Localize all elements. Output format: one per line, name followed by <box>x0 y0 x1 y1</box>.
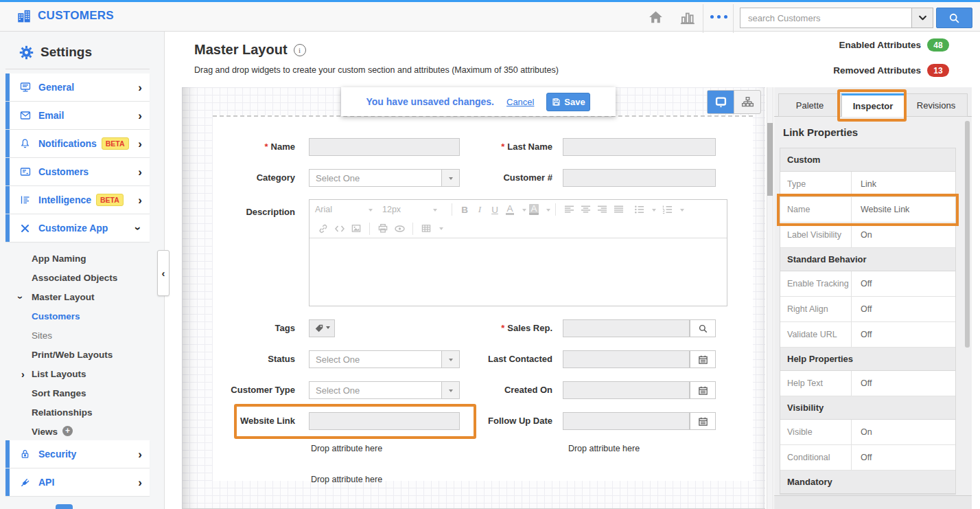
app-window: CUSTOMERS Settings GeneralEmailNoti <box>0 0 980 509</box>
sidebar-item-email[interactable]: Email <box>5 102 150 129</box>
sidebar-subitem-print-web-layouts[interactable]: Print/Web Layouts <box>0 346 165 365</box>
customer-type-select[interactable]: Select One <box>309 381 460 399</box>
sidebar-subitem-app-naming[interactable]: App Naming <box>0 249 165 269</box>
justify-icon[interactable] <box>610 202 627 217</box>
info-icon[interactable] <box>294 44 306 56</box>
cancel-link[interactable]: Cancel <box>506 97 534 107</box>
align-left-icon[interactable] <box>561 202 577 217</box>
sidebar-item-label: Notifications <box>38 138 97 149</box>
last-contacted-calendar-button[interactable] <box>690 350 716 368</box>
reports-button[interactable] <box>679 9 695 25</box>
add-view-button[interactable] <box>62 426 73 436</box>
follow-up-date-calendar-button[interactable] <box>690 412 716 430</box>
topbar-divider <box>703 4 703 33</box>
chevron-down-icon <box>133 226 145 230</box>
sidebar-subitem-views[interactable]: Views <box>0 422 165 442</box>
sidebar-subitem-customers[interactable]: Customers <box>0 307 165 326</box>
link-icon[interactable] <box>315 221 331 236</box>
canvas-scrollbar-thumb[interactable] <box>767 123 773 196</box>
follow-up-date-input[interactable] <box>563 412 690 430</box>
subitem-label: Sort Ranges <box>32 388 86 398</box>
sidebar-item-customize-app[interactable]: Customize App <box>5 214 150 242</box>
description-rich-text-editor[interactable]: Arial 12px B I U A A <box>309 199 727 306</box>
last-name-field-label: Last Name <box>439 138 552 156</box>
font-family-dropdown[interactable]: Arial <box>315 205 373 214</box>
home-button[interactable] <box>647 9 664 25</box>
align-right-icon[interactable] <box>594 202 610 217</box>
property-row-conditional[interactable]: ConditionalOff <box>780 445 955 471</box>
name-field-label: Name <box>213 138 295 156</box>
sales-rep-lookup-button[interactable] <box>690 319 716 337</box>
search-scope-dropdown[interactable] <box>911 8 933 27</box>
sales-rep-input[interactable] <box>563 319 690 337</box>
bold-button[interactable]: B <box>457 202 472 217</box>
sidebar-subitem-sort-ranges[interactable]: Sort Ranges <box>0 384 165 403</box>
underline-button[interactable]: U <box>487 202 502 217</box>
tab-palette[interactable]: Palette <box>778 93 841 117</box>
item-accent-bar <box>5 102 10 129</box>
property-row-enable-tracking[interactable]: Enable TrackingOff <box>780 271 955 297</box>
sidebar-subitem-master-layout[interactable]: Master Layout <box>0 288 165 307</box>
sidebar-item-label: Intelligence <box>38 194 91 205</box>
category-select[interactable]: Select One <box>309 169 460 187</box>
align-center-icon[interactable] <box>577 202 594 217</box>
last-contacted-input[interactable] <box>563 350 690 368</box>
structure-view-button[interactable] <box>734 91 760 113</box>
sidebar-item-general[interactable]: General <box>5 73 150 101</box>
created-on-calendar-button[interactable] <box>690 381 716 399</box>
numbered-list-icon[interactable] <box>659 202 675 217</box>
font-size-dropdown[interactable]: 12px <box>382 205 437 214</box>
name-input[interactable] <box>309 138 460 156</box>
search-input[interactable] <box>740 8 911 27</box>
more-menu-button[interactable] <box>710 15 727 19</box>
drop-attribute-zone[interactable]: Drop attribute here <box>535 444 673 453</box>
status-select[interactable]: Select One <box>309 350 460 368</box>
property-row-type[interactable]: TypeLink <box>780 172 955 197</box>
sidebar-subitem-associated-objects[interactable]: Associated Objects <box>0 269 165 288</box>
sidebar-item-notifications[interactable]: NotificationsBETA <box>5 130 150 157</box>
italic-button[interactable]: I <box>472 202 487 217</box>
editor-content-area[interactable] <box>310 238 727 306</box>
property-row-name[interactable]: NameWebsite Link <box>780 197 955 223</box>
sidebar-collapse-button[interactable] <box>157 250 170 296</box>
created-on-input[interactable] <box>563 381 690 399</box>
property-row-visible[interactable]: VisibleOn <box>780 420 955 445</box>
image-icon[interactable] <box>348 221 364 236</box>
website-link-input[interactable] <box>309 412 460 430</box>
tab-inspector[interactable]: Inspector <box>841 93 905 117</box>
code-icon[interactable] <box>331 221 348 236</box>
sidebar-item-api[interactable]: API <box>5 468 150 496</box>
editor-toolbar-row-1: Arial 12px B I U A A <box>310 200 727 219</box>
sidebar-item-security[interactable]: Security <box>5 440 150 468</box>
last-name-input[interactable] <box>563 138 716 156</box>
customer-number-input[interactable] <box>563 169 716 187</box>
drop-attribute-zone[interactable]: Drop attribute here <box>278 475 415 484</box>
panel-scrollbar-thumb[interactable] <box>965 121 970 348</box>
sidebar-item-customers[interactable]: Customers <box>5 158 150 185</box>
chevron-down-icon <box>918 13 928 23</box>
drop-attribute-zone[interactable]: Drop attribute here <box>278 444 415 453</box>
table-icon[interactable] <box>418 221 434 236</box>
chevron-right-icon <box>138 194 142 206</box>
property-row-label-visibility[interactable]: Label VisibilityOn <box>780 223 955 248</box>
description-field-label: Description <box>213 203 295 221</box>
highlight-color-button[interactable]: A <box>526 202 541 217</box>
text-color-button[interactable]: A <box>502 202 517 217</box>
subitem-label: Views <box>32 427 58 437</box>
sidebar-item-intelligence[interactable]: IntelligenceBETA <box>5 186 150 214</box>
property-row-right-align[interactable]: Right AlignOff <box>780 297 955 322</box>
desktop-view-button[interactable] <box>708 91 734 113</box>
print-icon[interactable] <box>375 221 391 236</box>
sidebar-subitem-list-layouts[interactable]: List Layouts <box>0 365 165 384</box>
search-button[interactable] <box>936 8 972 28</box>
tab-revisions[interactable]: Revisions <box>905 93 968 117</box>
preview-eye-icon[interactable] <box>391 221 408 236</box>
sidebar-subitem-relationships[interactable]: Relationships <box>0 403 165 422</box>
item-accent-bar <box>5 158 10 185</box>
property-row-help-text[interactable]: Help TextOff <box>780 371 955 396</box>
save-button[interactable]: Save <box>546 93 590 111</box>
bullet-list-icon[interactable] <box>631 202 647 217</box>
property-row-validate-url[interactable]: Validate URLOff <box>780 322 955 348</box>
tags-button[interactable] <box>309 319 335 337</box>
sidebar-subitem-sites[interactable]: Sites <box>0 326 165 346</box>
